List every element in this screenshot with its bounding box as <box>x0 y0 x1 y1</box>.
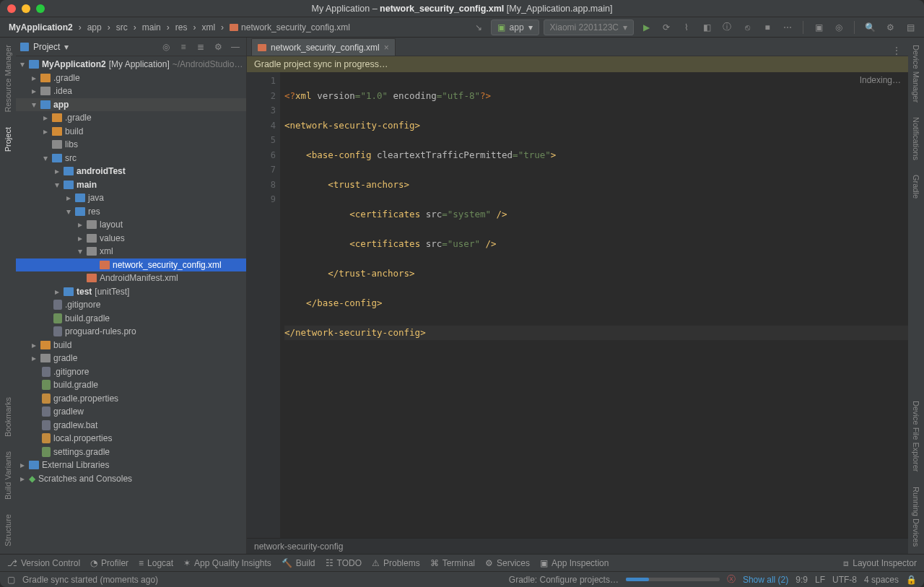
close-tab-icon[interactable]: × <box>384 43 389 53</box>
crumb-xml[interactable]: xml <box>199 22 218 32</box>
tree-nsc-file[interactable]: network_security_config.xml <box>16 258 246 272</box>
tree-local-props[interactable]: local.properties <box>16 432 246 445</box>
tree-app-gradle[interactable]: .gradle <box>16 111 246 125</box>
status-line-separator[interactable]: LF <box>815 575 825 585</box>
project-view-name[interactable]: Project <box>33 42 60 52</box>
tool-device-file-explorer[interactable]: Device File Explorer <box>910 393 922 479</box>
status-indent[interactable]: 4 spaces <box>864 575 899 585</box>
tree-libs[interactable]: libs <box>16 138 246 152</box>
minimize-window-button[interactable] <box>22 4 30 13</box>
tree-proguard[interactable]: proguard-rules.pro <box>16 325 246 339</box>
status-encoding[interactable]: UTF-8 <box>832 575 857 585</box>
tree-app[interactable]: app <box>16 98 246 112</box>
run-configuration-combo[interactable]: ▣app <box>491 19 539 35</box>
tool-layout-inspector[interactable]: ⧈Layout Inspector <box>843 558 917 568</box>
tree-root-build[interactable]: build <box>16 339 246 352</box>
tool-device-manager[interactable]: Device Manager <box>910 38 922 110</box>
run-icon[interactable]: ▶ <box>638 19 654 35</box>
tool-running-devices[interactable]: Running Devices <box>910 479 922 554</box>
attach-debugger-icon[interactable]: ⎋ <box>739 19 755 35</box>
tree-root-gradle[interactable]: gradle <box>16 352 246 365</box>
close-window-button[interactable] <box>7 4 16 13</box>
breadcrumbs[interactable]: MyApplication2› app› src› main› res› xml… <box>6 22 353 32</box>
tree-androidtest[interactable]: androidTest <box>16 165 246 178</box>
tree-ext-libs[interactable]: External Libraries <box>16 458 246 472</box>
tool-bookmarks[interactable]: Bookmarks <box>2 390 14 444</box>
apply-changes-icon[interactable]: ⟳ <box>658 19 674 35</box>
tree-app-gitignore[interactable]: .gitignore <box>16 298 246 312</box>
tree-gradlew[interactable]: gradlew <box>16 405 246 419</box>
tree-gradlew-bat[interactable]: gradlew.bat <box>16 419 246 432</box>
tool-problems[interactable]: ⚠Problems <box>372 558 420 568</box>
tree-settings-gradle[interactable]: settings.gradle <box>16 445 246 459</box>
status-caret[interactable]: 9:9 <box>796 575 808 585</box>
tree-app-build[interactable]: build <box>16 125 246 139</box>
tree-root-buildgradle[interactable]: build.gradle <box>16 378 246 392</box>
tool-build-variants[interactable]: Build Variants <box>2 444 14 507</box>
tree-scratches[interactable]: ◆Scratches and Consoles <box>16 472 246 486</box>
tree-res[interactable]: res <box>16 205 246 219</box>
tool-version-control[interactable]: ⎇Version Control <box>7 558 80 568</box>
tree-main[interactable]: main <box>16 178 246 192</box>
debug-icon[interactable]: ⌇ <box>679 19 694 35</box>
readonly-lock-icon[interactable]: 🔒 <box>906 575 917 585</box>
tool-logcat[interactable]: ≡Logcat <box>139 558 173 568</box>
select-opened-file-icon[interactable]: ◎ <box>160 40 173 53</box>
tool-notifications[interactable]: Notifications <box>910 110 922 168</box>
tree-app-buildgradle[interactable]: build.gradle <box>16 312 246 326</box>
sync-gradle-icon[interactable]: ↘︎ <box>471 19 487 35</box>
tree-test[interactable]: test [unitTest] <box>16 285 246 299</box>
search-everywhere-icon[interactable]: 🔍 <box>862 19 878 35</box>
tool-services[interactable]: ⚙Services <box>485 558 530 568</box>
profile-icon[interactable]: ⓘ <box>719 19 735 35</box>
tree-idea-dir[interactable]: .idea <box>16 84 246 98</box>
tool-structure[interactable]: Structure <box>2 507 14 554</box>
maximize-window-button[interactable] <box>36 4 45 13</box>
tab-list-icon[interactable]: ⋮ <box>885 45 908 56</box>
tree-gradle-dir[interactable]: .gradle <box>16 71 246 85</box>
code-editor[interactable]: 123456789 <?xml version="1.0" encoding="… <box>247 72 908 538</box>
more-run-icon[interactable]: ⋯ <box>780 19 796 35</box>
editor-breadcrumb[interactable]: network-security-config <box>247 538 908 554</box>
tool-app-inspection[interactable]: ▣App Inspection <box>540 558 609 568</box>
coverage-icon[interactable]: ◧ <box>699 19 715 35</box>
crumb-project[interactable]: MyApplication2 <box>6 22 76 32</box>
tool-build[interactable]: 🔨Build <box>282 558 315 568</box>
tool-resource-manager[interactable]: Resource Manager <box>2 38 14 120</box>
project-view-dropdown-icon[interactable] <box>64 42 69 52</box>
editor-tab-nsc[interactable]: network_security_config.xml × <box>251 38 396 56</box>
avd-icon[interactable]: ◎ <box>831 19 847 35</box>
project-tree[interactable]: MyApplication2 [My Application] ~/Androi… <box>16 56 246 554</box>
cancel-task-icon[interactable]: ⓧ <box>727 573 736 586</box>
tree-layout[interactable]: layout <box>16 218 246 232</box>
device-selector-combo[interactable]: Xiaomi 2201123C <box>544 19 634 35</box>
tree-java[interactable]: java <box>16 191 246 205</box>
tree-root[interactable]: MyApplication2 [My Application] ~/Androi… <box>16 58 246 71</box>
tree-root-gitignore[interactable]: .gitignore <box>16 365 246 379</box>
tree-values[interactable]: values <box>16 232 246 245</box>
tool-settings-icon[interactable]: ⚙ <box>212 40 225 53</box>
settings-icon[interactable]: ⚙ <box>882 19 898 35</box>
tool-todo[interactable]: ☷TODO <box>326 558 362 568</box>
tool-gradle[interactable]: Gradle <box>910 168 922 206</box>
crumb-app[interactable]: app <box>84 22 105 32</box>
crumb-res[interactable]: res <box>173 22 191 32</box>
tree-manifest[interactable]: AndroidManifest.xml <box>16 271 246 285</box>
tool-project[interactable]: Project <box>2 120 14 159</box>
crumb-main[interactable]: main <box>139 22 164 32</box>
hide-tool-window-icon[interactable]: — <box>229 40 242 53</box>
notifications-icon[interactable]: ▤ <box>902 19 918 35</box>
tool-terminal[interactable]: ⌘Terminal <box>430 558 475 568</box>
status-show-all[interactable]: Show all (2) <box>743 575 788 585</box>
crumb-src[interactable]: src <box>113 22 131 32</box>
expand-all-icon[interactable]: ≡ <box>177 40 190 53</box>
code-content[interactable]: <?xml version="1.0" encoding="utf-8"?> <… <box>280 72 908 538</box>
crumb-file[interactable]: network_security_config.xml <box>227 22 353 32</box>
stop-icon[interactable]: ■ <box>759 19 775 35</box>
tool-windows-toggle-icon[interactable]: ▢ <box>7 575 15 585</box>
tree-src[interactable]: src <box>16 152 246 165</box>
adb-icon[interactable]: ▣ <box>811 19 827 35</box>
tool-app-quality[interactable]: ✶App Quality Insights <box>183 558 271 568</box>
tool-profiler[interactable]: ◔Profiler <box>90 558 128 568</box>
tree-gradle-props[interactable]: gradle.properties <box>16 392 246 406</box>
